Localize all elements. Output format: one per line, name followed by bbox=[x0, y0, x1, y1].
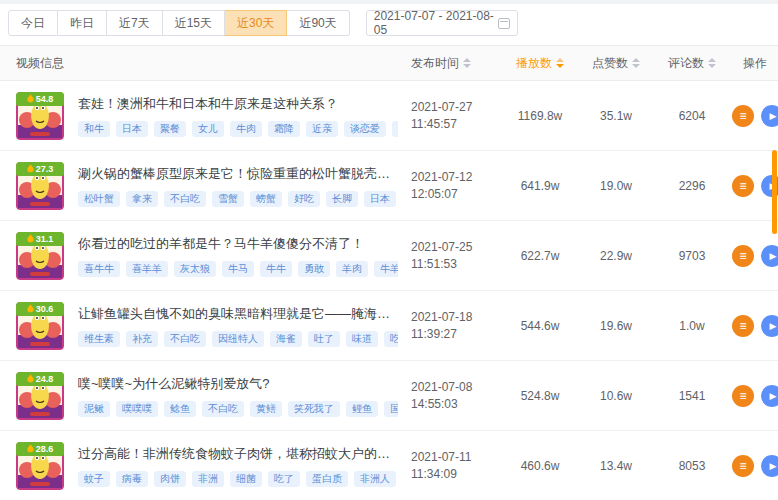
comments-cell: 6204 bbox=[652, 109, 732, 123]
video-info-cell: 24.8 噗~噗噗~为什么泥鳅特别爱放气? 泥鳅噗噗噗鲶鱼不白吃黄鳝笑死我了鲤鱼… bbox=[16, 372, 398, 420]
date-range-value: 2021-07-07 - 2021-08-05 bbox=[374, 9, 499, 37]
video-tag: 勇敢 bbox=[298, 261, 330, 277]
column-header-publish-time[interactable]: 发布时间 bbox=[398, 55, 500, 72]
table-row: 28.6 过分高能！非洲传统食物蚊子肉饼，堪称招蚊大户的翻身菜！ 蚊子病毒肉饼非… bbox=[0, 431, 778, 500]
data-detail-button[interactable]: ≡ bbox=[732, 385, 754, 407]
play-icon: ▶ bbox=[770, 251, 777, 261]
data-detail-button[interactable]: ≡ bbox=[732, 455, 754, 477]
quick-range-button-1[interactable]: 昨日 bbox=[58, 10, 107, 36]
data-detail-button[interactable]: ≡ bbox=[732, 175, 754, 197]
sort-carets-icon[interactable] bbox=[708, 58, 716, 68]
video-thumbnail[interactable]: 24.8 bbox=[16, 372, 64, 420]
video-table-body: 54.8 套娃！澳洲和牛和日本和牛原来是这种关系？ 和牛日本聚餐女儿牛肉霜降近亲… bbox=[0, 81, 778, 500]
table-row: 31.1 你看过的吃过的羊都是牛？马牛羊傻傻分不清了！ 喜牛牛喜羊羊灰太狼牛马牛… bbox=[0, 221, 778, 291]
list-icon: ≡ bbox=[739, 180, 746, 192]
video-tag: 霜降 bbox=[268, 121, 300, 137]
video-tag: 海雀 bbox=[270, 331, 302, 347]
table-row: 54.8 套娃！澳洲和牛和日本和牛原来是这种关系？ 和牛日本聚餐女儿牛肉霜降近亲… bbox=[0, 81, 778, 151]
video-tag: 螃蟹 bbox=[250, 191, 282, 207]
video-title[interactable]: 让鲱鱼罐头自愧不如的臭味黑暗料理就是它——腌海雀！ bbox=[78, 305, 398, 323]
play-video-button[interactable]: ▶ bbox=[761, 315, 778, 337]
likes-cell: 13.4w bbox=[580, 459, 652, 473]
column-header-likes[interactable]: 点赞数 bbox=[580, 55, 652, 72]
video-tag: 好吃 bbox=[288, 191, 320, 207]
column-header-plays[interactable]: 播放数 bbox=[500, 55, 580, 72]
video-tag: 长脚 bbox=[326, 191, 358, 207]
video-tag: 国宝 bbox=[384, 401, 398, 417]
publish-clock: 14:55:03 bbox=[411, 396, 500, 413]
video-title[interactable]: 涮火锅的蟹棒原型原来是它！惊险重重的松叶蟹脱壳之旅~ bbox=[78, 165, 398, 183]
actions-cell: ≡ ▶ ★ bbox=[732, 245, 778, 267]
video-info-cell: 31.1 你看过的吃过的羊都是牛？马牛羊傻傻分不清了！ 喜牛牛喜羊羊灰太狼牛马牛… bbox=[16, 232, 398, 280]
quick-range-button-5[interactable]: 近90天 bbox=[287, 10, 349, 36]
video-tag: 笑死我了 bbox=[288, 401, 340, 417]
actions-cell: ≡ ▶ ★ bbox=[732, 315, 778, 337]
table-header: 视频信息 发布时间 播放数 点赞数 评论数 操作 bbox=[0, 45, 778, 81]
video-title[interactable]: 你看过的吃过的羊都是牛？马牛羊傻傻分不清了！ bbox=[78, 235, 398, 253]
publish-date: 2021-07-18 bbox=[411, 309, 500, 326]
publish-time-cell: 2021-07-27 11:45:57 bbox=[398, 99, 500, 133]
list-icon: ≡ bbox=[739, 320, 746, 332]
video-title[interactable]: 过分高能！非洲传统食物蚊子肉饼，堪称招蚊大户的翻身菜！ bbox=[78, 445, 398, 463]
data-detail-button[interactable]: ≡ bbox=[732, 245, 754, 267]
publish-time-cell: 2021-07-12 12:05:07 bbox=[398, 169, 500, 203]
video-text-block: 让鲱鱼罐头自愧不如的臭味黑暗料理就是它——腌海雀！ 维生素补充不白吃因纽特人海雀… bbox=[78, 305, 398, 347]
video-tag: 不白吃 bbox=[164, 331, 206, 347]
hot-score-badge: 28.6 bbox=[16, 442, 64, 456]
video-thumbnail[interactable]: 28.6 bbox=[16, 442, 64, 490]
quick-range-button-0[interactable]: 今日 bbox=[8, 10, 58, 36]
comments-cell: 2296 bbox=[652, 179, 732, 193]
quick-range-button-3[interactable]: 近15天 bbox=[163, 10, 225, 36]
video-tag: 鲤鱼 bbox=[346, 401, 378, 417]
quick-range-button-2[interactable]: 近7天 bbox=[107, 10, 163, 36]
fire-icon bbox=[27, 444, 34, 453]
play-video-button[interactable]: ▶ bbox=[761, 455, 778, 477]
comments-cell: 8053 bbox=[652, 459, 732, 473]
play-video-button[interactable]: ▶ bbox=[761, 385, 778, 407]
publish-clock: 11:34:09 bbox=[411, 466, 500, 483]
video-title[interactable]: 噗~噗噗~为什么泥鳅特别爱放气? bbox=[78, 375, 398, 393]
video-thumbnail[interactable]: 27.3 bbox=[16, 162, 64, 210]
video-tag: 日本 bbox=[364, 191, 396, 207]
video-tag: 牛羊 bbox=[374, 261, 398, 277]
video-text-block: 涮火锅的蟹棒原型原来是它！惊险重重的松叶蟹脱壳之旅~ 松叶蟹拿来不白吃雪蟹螃蟹好… bbox=[78, 165, 398, 207]
vertical-scrollbar-thumb[interactable] bbox=[772, 150, 777, 234]
video-tag: 吃饭 bbox=[384, 331, 398, 347]
video-tag: 日本 bbox=[116, 121, 148, 137]
video-thumbnail[interactable]: 31.1 bbox=[16, 232, 64, 280]
video-tag: 吐了 bbox=[308, 331, 340, 347]
date-range-picker[interactable]: 2021-07-07 - 2021-08-05 bbox=[366, 10, 518, 36]
play-video-button[interactable]: ▶ bbox=[761, 245, 778, 267]
data-detail-button[interactable]: ≡ bbox=[732, 105, 754, 127]
video-tag: 不白吃 bbox=[202, 401, 244, 417]
video-thumbnail[interactable]: 30.6 bbox=[16, 302, 64, 350]
video-thumbnail[interactable]: 54.8 bbox=[16, 92, 64, 140]
quick-range-button-4[interactable]: 近30天 bbox=[225, 10, 287, 36]
video-tag: 非洲人 bbox=[354, 471, 396, 487]
publish-date: 2021-07-12 bbox=[411, 169, 500, 186]
likes-cell: 10.6w bbox=[580, 389, 652, 403]
likes-cell: 22.9w bbox=[580, 249, 652, 263]
column-header-comments[interactable]: 评论数 bbox=[652, 55, 732, 72]
video-tag: 牛马 bbox=[222, 261, 254, 277]
video-tag: 因纽特人 bbox=[212, 331, 264, 347]
video-title[interactable]: 套娃！澳洲和牛和日本和牛原来是这种关系？ bbox=[78, 95, 398, 113]
sort-carets-icon[interactable] bbox=[463, 58, 471, 68]
tag-list: 泥鳅噗噗噗鲶鱼不白吃黄鳝笑死我了鲤鱼国宝 bbox=[78, 401, 398, 417]
plays-cell: 622.7w bbox=[500, 249, 580, 263]
video-tag: 味道 bbox=[346, 331, 378, 347]
plays-cell: 524.8w bbox=[500, 389, 580, 403]
video-tag: 维生素 bbox=[78, 331, 120, 347]
plays-cell: 544.6w bbox=[500, 319, 580, 333]
video-tag: 喜羊羊 bbox=[126, 261, 168, 277]
video-tag: 不白吃 bbox=[164, 191, 206, 207]
publish-time-cell: 2021-07-08 14:55:03 bbox=[398, 379, 500, 413]
filter-bar: 今日昨日近7天近15天近30天近90天 2021-07-07 - 2021-08… bbox=[0, 0, 778, 45]
sort-carets-icon[interactable] bbox=[632, 58, 640, 68]
calendar-icon bbox=[498, 18, 509, 29]
sort-carets-icon[interactable] bbox=[556, 58, 564, 68]
data-detail-button[interactable]: ≡ bbox=[732, 315, 754, 337]
video-tag: 谈恋爱 bbox=[344, 121, 386, 137]
tag-list: 蚊子病毒肉饼非洲细菌吃了蛋白质非洲人 bbox=[78, 471, 398, 487]
play-video-button[interactable]: ▶ bbox=[761, 105, 778, 127]
